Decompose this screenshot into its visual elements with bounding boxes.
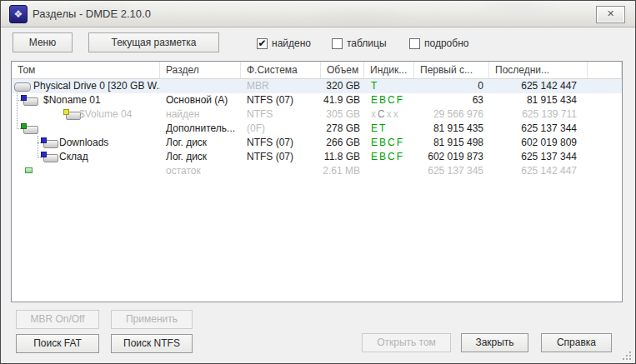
dmde-partitions-window: ❖ Разделы - DMDE 2.10.0 ✕ Меню Текущая р… (0, 0, 636, 364)
last-cell: 625 137 344 (489, 122, 588, 136)
ind-cell: EBCF (364, 136, 414, 150)
table-row[interactable]: СкладЛог. дискNTFS (07)11.8 GBEBCF602 01… (12, 150, 622, 164)
partitions-table: ТомРазделФ.СистемаОбъемИндик...Первый с.… (11, 61, 623, 302)
last-cell: 625 139 711 (489, 107, 588, 122)
ind-cell: T (364, 79, 414, 93)
partition-cell: остаток (160, 164, 241, 178)
filler-cell (588, 93, 622, 107)
first-cell: 602 019 873 (414, 150, 489, 164)
column-header[interactable]: Последни... (489, 62, 588, 78)
partition-cell: Лог. диск (160, 150, 241, 164)
column-header[interactable]: Первый с... (414, 62, 489, 78)
close-dialog-button[interactable]: Закрыть (461, 333, 528, 352)
partition-cell: Лог. диск (160, 136, 241, 150)
partition-blue-icon (22, 95, 38, 106)
size-cell: 2.61 MB (321, 164, 364, 178)
last-cell: 625 142 447 (489, 79, 588, 93)
column-header[interactable] (588, 62, 622, 78)
size-cell: 41.9 GB (321, 93, 364, 107)
table-header: ТомРазделФ.СистемаОбъемИндик...Первый с.… (12, 62, 622, 79)
current-layout-button[interactable]: Текущая разметка (88, 32, 219, 52)
window-title: Разделы - DMDE 2.10.0 (33, 7, 151, 20)
table-row[interactable]: остаток2.61 MB625 137 345625 142 447 (12, 164, 622, 178)
last-cell: 81 915 434 (489, 93, 588, 107)
fs-cell: NTFS (07) (241, 93, 321, 107)
last-cell: 625 137 344 (489, 150, 588, 164)
partition-blue-icon (42, 152, 58, 162)
volume-cell: Physical Drive 0 [320 GB W... (12, 79, 160, 93)
ind-cell: EBCF (364, 150, 414, 164)
checkbox-detailed-box[interactable] (409, 38, 420, 49)
partition-cell: найден (160, 107, 241, 122)
disk-icon (14, 81, 31, 92)
last-cell: 602 019 809 (489, 136, 588, 150)
help-button[interactable]: Справка (541, 333, 612, 352)
filler-cell (588, 150, 622, 164)
column-header[interactable]: Раздел (160, 62, 241, 78)
open-volume-button[interactable]: Открыть том (362, 333, 451, 352)
title-bar[interactable]: ❖ Разделы - DMDE 2.10.0 ✕ (1, 1, 635, 27)
first-cell: 625 137 345 (414, 164, 489, 178)
first-cell: 0 (414, 79, 489, 93)
checkbox-tables-label: таблицы (347, 37, 387, 49)
filler-cell (588, 107, 622, 122)
checkbox-detailed[interactable]: подробно (409, 37, 468, 49)
table-body: Physical Drive 0 [320 GB W...MBR320 GBT0… (12, 79, 622, 178)
column-header[interactable]: Том (12, 62, 160, 78)
checkbox-found[interactable]: ✔ найдено (257, 37, 311, 49)
size-cell: 320 GB (321, 79, 364, 93)
column-header[interactable]: Объем (321, 62, 364, 78)
volume-cell: Склад (12, 150, 160, 164)
first-cell: 81 915 435 (414, 122, 489, 136)
fs-cell: (0F) (241, 122, 321, 136)
free-space-icon (25, 167, 42, 178)
table-row[interactable]: $Volume 04найденNTFS305 GBxCxx29 566 976… (12, 107, 622, 122)
size-cell: 266 GB (321, 136, 364, 150)
ind-cell (364, 164, 414, 178)
volume-name: Склад (59, 150, 88, 164)
app-icon: ❖ (9, 5, 28, 23)
partition-blue-icon (42, 137, 58, 148)
filler-cell (588, 122, 622, 136)
filler-cell (588, 136, 622, 150)
checkbox-tables[interactable]: таблицы (332, 37, 387, 49)
first-cell: 29 566 976 (414, 107, 489, 122)
fs-cell: MBR (241, 79, 321, 93)
volume-cell: $Volume 04 (12, 107, 160, 122)
size-cell: 305 GB (321, 107, 364, 122)
checkbox-found-box[interactable]: ✔ (257, 38, 268, 49)
partition-cell: Основной (A) (160, 93, 241, 107)
fs-cell (241, 164, 321, 178)
close-button[interactable]: ✕ (596, 6, 625, 23)
fs-cell: NTFS (07) (241, 150, 321, 164)
fs-cell: NTFS (241, 107, 321, 122)
search-ntfs-button[interactable]: Поиск NTFS (111, 334, 193, 353)
volume-cell (12, 164, 160, 178)
partition-cell: Дополнитель... (160, 122, 241, 136)
checkbox-found-label: найдено (272, 37, 311, 49)
table-row[interactable]: $Noname 01Основной (A)NTFS (07)41.9 GBEB… (12, 93, 622, 107)
partition-cell (160, 79, 241, 93)
filler-cell (588, 164, 622, 178)
volume-name: Physical Drive 0 [320 GB W... (33, 79, 160, 93)
table-row[interactable]: DownloadsЛог. дискNTFS (07)266 GBEBCF81 … (12, 136, 622, 150)
checkbox-tables-box[interactable] (332, 38, 343, 49)
table-row[interactable]: Дополнитель...(0F)278 GBET81 915 435625 … (12, 122, 622, 136)
ind-cell: ET (364, 122, 414, 136)
column-header[interactable]: Ф.Система (241, 62, 321, 78)
resize-grip[interactable] (623, 352, 631, 360)
filler-cell (588, 79, 622, 93)
partition-green-icon (22, 123, 38, 134)
apply-button[interactable]: Применить (111, 310, 193, 329)
volume-cell: Downloads (12, 136, 160, 150)
first-cell: 81 915 498 (414, 136, 489, 150)
fs-cell: NTFS (07) (241, 136, 321, 150)
volume-cell (12, 122, 160, 136)
menu-button[interactable]: Меню (13, 32, 73, 52)
column-header[interactable]: Индик... (364, 62, 414, 78)
volume-name: $Volume 04 (79, 107, 132, 122)
mbr-onoff-button[interactable]: MBR On/Off (16, 310, 99, 329)
search-fat-button[interactable]: Поиск FAT (16, 334, 99, 353)
volume-name: $Noname 01 (43, 93, 101, 107)
table-row[interactable]: Physical Drive 0 [320 GB W...MBR320 GBT0… (12, 79, 622, 93)
